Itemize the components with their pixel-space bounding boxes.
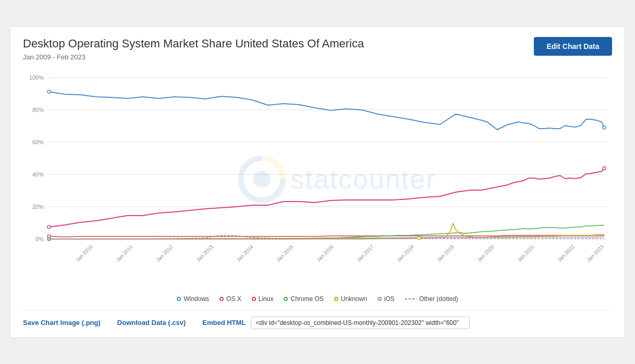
svg-point-30 (47, 225, 51, 229)
svg-point-28 (47, 90, 51, 93)
svg-text:Jan 2022: Jan 2022 (556, 243, 576, 262)
legend-chromeos: Chrome OS (284, 295, 323, 303)
legend-windows: Windows (177, 295, 209, 303)
svg-text:Jan 2021: Jan 2021 (516, 243, 535, 262)
chart-header: Desktop Operating System Market Share Un… (23, 37, 612, 60)
svg-point-31 (603, 167, 606, 170)
edit-chart-button[interactable]: Edit Chart Data (534, 37, 612, 56)
legend-unknown: Unknown (334, 295, 367, 303)
save-image-link[interactable]: Save Chart Image (.png) (23, 319, 101, 327)
osx-legend-icon (219, 297, 224, 301)
legend-linux: Linux (252, 295, 274, 303)
svg-text:Jan 2018: Jan 2018 (396, 243, 415, 262)
ios-legend-icon (377, 297, 382, 301)
chart-svg: 100% 80% 60% 40% 20% 0% Jan 2010 Jan 201… (23, 67, 612, 291)
unknown-label: Unknown (341, 295, 367, 303)
svg-text:Jan 2020: Jan 2020 (476, 243, 495, 262)
svg-text:Jan 2014: Jan 2014 (235, 243, 254, 262)
embed-input[interactable] (251, 317, 470, 329)
svg-text:Jan 2013: Jan 2013 (195, 243, 214, 262)
other-label: Other (dotted) (419, 295, 458, 303)
ios-label: iOS (384, 295, 395, 303)
svg-point-35 (48, 238, 50, 240)
svg-text:0%: 0% (35, 236, 44, 242)
svg-text:20%: 20% (32, 204, 44, 210)
embed-label: Embed HTML (202, 319, 246, 327)
chart-card: Desktop Operating System Market Share Un… (10, 26, 625, 337)
svg-text:80%: 80% (32, 107, 44, 113)
title-block: Desktop Operating System Market Share Un… (23, 37, 364, 60)
windows-legend-icon (177, 297, 181, 301)
legend-osx: OS X (219, 295, 241, 303)
svg-text:Jan 2012: Jan 2012 (155, 243, 174, 262)
svg-text:100%: 100% (29, 74, 44, 81)
legend-other: Other (dotted) (405, 295, 458, 303)
chromeos-label: Chrome OS (290, 295, 323, 303)
chromeos-legend-icon (284, 297, 288, 301)
windows-label: Windows (184, 295, 209, 303)
osx-label: OS X (226, 295, 241, 303)
svg-text:Jan 2019: Jan 2019 (436, 243, 455, 262)
svg-text:Jan 2010: Jan 2010 (75, 243, 94, 262)
legend-ios: iOS (377, 295, 395, 303)
svg-point-29 (603, 126, 606, 129)
svg-text:40%: 40% (32, 171, 44, 178)
svg-text:60%: 60% (32, 139, 44, 145)
chart-title: Desktop Operating System Market Share Un… (23, 37, 364, 51)
unknown-legend-icon (334, 297, 338, 301)
other-legend-icon (405, 298, 417, 299)
svg-text:Jan 2015: Jan 2015 (275, 243, 295, 262)
chart-area: statcounter 100% 80% 60% 40% 20% 0% Jan … (23, 67, 612, 291)
svg-text:Jan 2011: Jan 2011 (115, 243, 134, 262)
linux-label: Linux (259, 295, 274, 303)
svg-text:Jan 2017: Jan 2017 (356, 243, 375, 262)
chart-subtitle: Jan 2009 - Feb 2023 (23, 53, 364, 61)
download-data-link[interactable]: Download Data (.csv) (117, 319, 186, 327)
linux-legend-icon (252, 297, 256, 301)
svg-text:Jan 2016: Jan 2016 (315, 243, 335, 262)
chart-legend: Windows OS X Linux Chrome OS Unknown iOS… (23, 295, 612, 303)
svg-point-34 (418, 236, 421, 240)
svg-text:Jan 2023: Jan 2023 (585, 243, 605, 262)
chart-footer: Save Chart Image (.png) Download Data (.… (23, 310, 612, 329)
